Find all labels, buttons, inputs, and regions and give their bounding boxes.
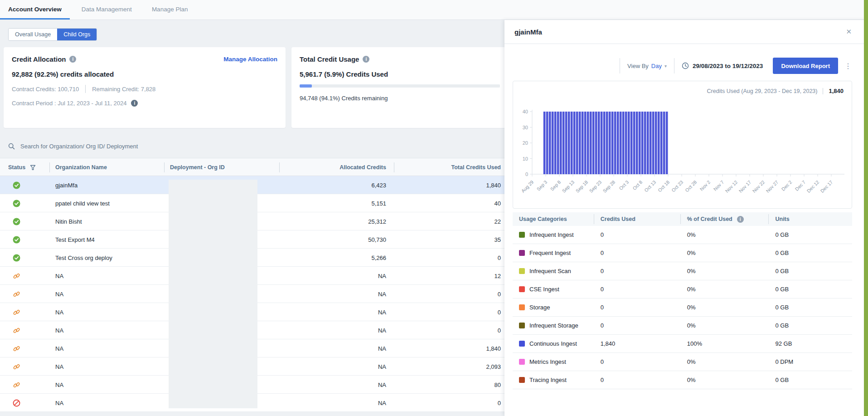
allocated-credits-value: NA (378, 291, 386, 298)
svg-text:Dec 12: Dec 12 (805, 179, 820, 194)
status-active-icon (13, 218, 20, 225)
svg-text:Oct 23: Oct 23 (670, 179, 684, 193)
organization-name: Test Export M4 (55, 236, 95, 243)
download-report-button[interactable]: Download Report (773, 58, 838, 74)
category-credits-value: 0 (601, 268, 604, 274)
category-label: Storage (529, 304, 550, 311)
category-pct-value: 0% (687, 286, 696, 293)
kebab-menu-icon[interactable]: ⋮ (838, 62, 854, 70)
redacted-region (169, 180, 257, 408)
category-credits-value: 0 (601, 322, 604, 329)
status-unlinked-icon (13, 345, 20, 352)
svg-text:Dec 17: Dec 17 (819, 179, 834, 194)
organization-name: NA (55, 400, 63, 406)
total-credits-used-value: 35 (495, 236, 501, 243)
allocated-credits-value: NA (378, 363, 386, 370)
allocated-credits-value: 50,730 (368, 236, 386, 243)
list-item: Infrequent Storage 0 0% 0 GB (513, 317, 852, 335)
view-by-dropdown[interactable]: View By Day ▾ (620, 63, 674, 69)
svg-text:30: 30 (523, 125, 528, 130)
column-status[interactable]: Status (8, 164, 25, 171)
category-credits-value: 1,840 (601, 340, 616, 347)
svg-text:Oct 3: Oct 3 (618, 179, 630, 191)
category-units-value: 0 DPM (775, 358, 793, 365)
status-unlinked-icon (13, 381, 20, 389)
svg-text:Dec 7: Dec 7 (794, 179, 807, 192)
category-pct-value: 0% (687, 250, 696, 256)
category-units-value: 0 GB (775, 231, 789, 238)
allocated-credits-value: 5,151 (371, 200, 386, 207)
allocated-credits-value: NA (378, 309, 386, 316)
svg-text:Sep 23: Sep 23 (588, 179, 602, 194)
category-credits-value: 0 (601, 304, 604, 311)
list-item: Continuous Ingest 1,840 100% 92 GB (513, 335, 852, 353)
info-icon[interactable]: i (363, 56, 369, 63)
remaining-credit-value: Remaining Credit: 7,828 (92, 86, 155, 93)
category-color-swatch (519, 232, 525, 238)
filter-icon[interactable] (30, 165, 36, 171)
svg-text:Sep 13: Sep 13 (561, 179, 575, 194)
status-unlinked-icon (13, 327, 20, 334)
info-icon[interactable]: i (69, 56, 76, 63)
column-organization-name[interactable]: Organization Name (55, 164, 107, 171)
category-credits-value: 0 (601, 250, 604, 256)
svg-text:Oct 13: Oct 13 (643, 179, 657, 193)
clock-icon (682, 62, 689, 69)
category-label: Tracing Ingest (529, 377, 567, 383)
panel-title: gjainMfa (514, 28, 542, 36)
category-pct-value: 0% (687, 231, 696, 238)
category-units-value: 0 GB (775, 304, 789, 311)
organization-name: NA (55, 363, 63, 370)
credits-used-bar-chart[interactable]: 010203040Aug 29Sep 3Sep 8Sep 13Sep 18Sep… (516, 96, 851, 200)
close-icon[interactable]: ✕ (846, 28, 852, 36)
column-credits-used: Credits Used (601, 216, 635, 222)
svg-text:Oct 28: Oct 28 (684, 179, 698, 193)
usage-progress-fill (300, 84, 312, 88)
organization-name: gjainMfa (55, 182, 78, 189)
credits-used-chart-card: Credits Used (Aug 29, 2023 - Dec 19, 202… (513, 81, 852, 209)
svg-text:Sep 8: Sep 8 (549, 179, 562, 192)
column-total-credits-used[interactable]: Total Credits Used (451, 164, 501, 171)
divider (823, 88, 823, 94)
manage-allocation-link[interactable]: Manage Allocation (223, 56, 277, 63)
status-active-icon (13, 254, 20, 262)
search-input[interactable] (19, 142, 291, 150)
credit-allocation-card: Credit Allocation i Manage Allocation 92… (4, 47, 286, 128)
category-credits-value: 0 (601, 231, 604, 238)
column-deployment-org-id[interactable]: Deployment - Org ID (170, 164, 225, 171)
tab-account-overview[interactable]: Account Overview (0, 0, 70, 20)
info-icon[interactable]: i (131, 100, 138, 107)
total-credits-used-value: 0 (498, 400, 501, 406)
tab-data-management[interactable]: Data Management (73, 0, 140, 20)
child-orgs-toggle[interactable]: Child Orgs (57, 29, 97, 40)
category-pct-value: 0% (687, 377, 696, 383)
tab-manage-plan[interactable]: Manage Plan (144, 0, 196, 20)
organization-name: NA (55, 291, 63, 298)
svg-text:Sep 18: Sep 18 (574, 179, 589, 194)
info-icon[interactable]: i (737, 216, 744, 223)
total-credits-used-value: 80 (495, 382, 501, 388)
category-color-swatch (519, 286, 525, 292)
category-units-value: 0 GB (775, 286, 789, 293)
category-label: Infrequent Ingest (529, 231, 574, 238)
date-range-picker[interactable]: 29/08/2023 to 19/12/2023 (674, 62, 770, 69)
organization-name: NA (55, 309, 63, 316)
column-pct-credit-used: % of Credit Used (687, 216, 732, 222)
svg-text:Nov 22: Nov 22 (751, 179, 766, 194)
allocated-credits-value: 5,266 (371, 254, 386, 261)
svg-text:0: 0 (525, 171, 528, 177)
usage-view-toggle: Overall Usage Child Orgs (8, 28, 97, 41)
total-credits-used-value: 1,840 (486, 182, 501, 189)
status-unlinked-icon (13, 308, 20, 316)
total-credits-used-value: 0 (498, 309, 501, 316)
overall-usage-toggle[interactable]: Overall Usage (9, 29, 57, 40)
column-usage-categories: Usage Categories (519, 216, 567, 222)
category-color-swatch (519, 359, 525, 365)
category-label: Frequent Ingest (529, 250, 571, 256)
svg-text:Oct 18: Oct 18 (657, 179, 670, 193)
column-allocated-credits[interactable]: Allocated Credits (339, 164, 386, 171)
svg-text:Dec 2: Dec 2 (781, 179, 793, 192)
total-credits-used-value: 2,093 (486, 363, 501, 370)
category-color-swatch (519, 323, 525, 328)
divider (85, 85, 86, 93)
